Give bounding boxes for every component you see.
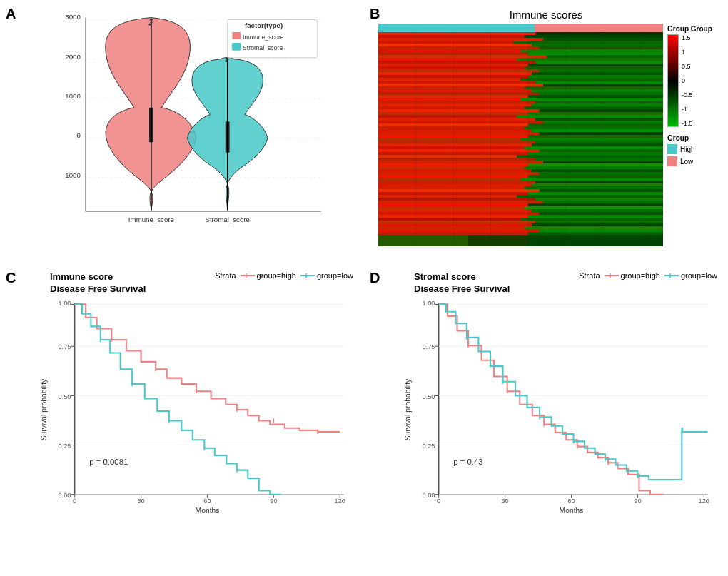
svg-rect-64 <box>532 72 663 75</box>
strata-low-line-d <box>664 272 679 279</box>
svg-rect-60 <box>525 66 663 69</box>
svg-rect-159 <box>378 209 532 212</box>
svg-rect-35 <box>378 32 536 35</box>
svg-rect-52 <box>547 55 663 58</box>
svg-text:90: 90 <box>634 497 641 505</box>
svg-text:0: 0 <box>73 497 76 505</box>
svg-rect-48 <box>521 49 664 52</box>
panel-b-label: B <box>370 6 380 22</box>
svg-rect-166 <box>521 218 664 221</box>
svg-rect-84 <box>536 101 664 103</box>
svg-rect-114 <box>532 143 663 146</box>
svg-rect-133 <box>378 172 540 175</box>
heatmap-title: Immune scores <box>371 9 721 21</box>
svg-text:0.75: 0.75 <box>422 343 435 350</box>
svg-text:30: 30 <box>137 497 144 505</box>
panel-c: C Immune score Disease Free Survival Str… <box>0 264 364 576</box>
svg-rect-54 <box>517 58 663 61</box>
group-label: Group Group <box>667 25 721 33</box>
svg-rect-170 <box>532 223 663 226</box>
svg-rect-165 <box>378 218 521 221</box>
svg-rect-167 <box>378 221 536 223</box>
svg-text:0.50: 0.50 <box>422 393 435 400</box>
panel-a-label: A <box>6 6 16 22</box>
svg-rect-85 <box>378 103 532 106</box>
svg-rect-117 <box>378 149 540 152</box>
svg-rect-124 <box>536 158 664 161</box>
svg-rect-55 <box>378 61 536 64</box>
svg-rect-66 <box>528 75 663 78</box>
svg-text:0.75: 0.75 <box>58 343 71 350</box>
survival-curve-c: Survival probability Months 0.00 0.25 0.… <box>36 295 357 524</box>
svg-rect-162 <box>540 212 663 215</box>
panel-c-title-line2: Disease Free Survival <box>50 283 146 295</box>
svg-rect-68 <box>521 78 664 81</box>
svg-rect-29 <box>232 43 241 50</box>
svg-rect-106 <box>540 132 663 135</box>
svg-text:0.25: 0.25 <box>422 442 435 449</box>
svg-rect-103 <box>378 129 532 132</box>
svg-rect-53 <box>378 58 517 61</box>
svg-rect-43 <box>378 44 532 46</box>
strata-low-d: group=low <box>664 271 717 280</box>
legend-item-low: Low <box>667 156 721 166</box>
panel-d-strata: Strata group=high group=low <box>579 271 717 280</box>
svg-rect-87 <box>378 106 525 109</box>
svg-text:120: 120 <box>335 497 346 505</box>
svg-rect-83 <box>378 101 536 103</box>
svg-rect-75 <box>378 89 532 92</box>
svg-rect-176 <box>528 232 663 235</box>
svg-rect-172 <box>525 226 663 229</box>
svg-rect-62 <box>540 69 663 72</box>
svg-rect-169 <box>378 223 532 226</box>
svg-rect-151 <box>378 198 536 201</box>
svg-rect-152 <box>536 198 664 201</box>
panel-d-title-line2: Disease Free Survival <box>414 283 510 295</box>
strata-high-c: group=high <box>241 271 296 280</box>
svg-rect-164 <box>528 215 663 218</box>
svg-rect-50 <box>528 52 663 55</box>
svg-rect-86 <box>532 103 663 106</box>
survival-curve-d: Survival probability Months 0.00 0.25 0.… <box>400 295 721 524</box>
svg-text:60: 60 <box>203 497 211 505</box>
svg-point-22 <box>226 58 229 61</box>
svg-rect-51 <box>378 55 547 58</box>
strata-high-label-c: group=high <box>257 271 296 280</box>
svg-rect-157 <box>378 206 525 209</box>
svg-text:Stromal_score: Stromal_score <box>243 44 283 51</box>
svg-rect-118 <box>540 149 663 152</box>
svg-rect-104 <box>532 129 663 132</box>
svg-rect-143 <box>378 186 525 189</box>
svg-rect-76 <box>532 89 663 92</box>
svg-text:-1000: -1000 <box>63 171 81 179</box>
legend-item-high-label: High <box>680 146 695 153</box>
svg-rect-38 <box>525 35 663 38</box>
svg-rect-144 <box>525 186 663 189</box>
svg-text:0.00: 0.00 <box>422 492 435 499</box>
svg-rect-102 <box>525 126 663 129</box>
svg-text:30: 30 <box>501 497 508 505</box>
svg-rect-132 <box>532 169 663 172</box>
group-color-legend: Group High Low <box>667 134 721 166</box>
svg-point-15 <box>150 19 153 21</box>
svg-text:p = 0.0081: p = 0.0081 <box>89 458 128 466</box>
heatmap-legend: Group Group 1.5 1 0.5 0 -0.5 -1 -1.5 <box>667 24 721 252</box>
svg-rect-46 <box>540 46 663 49</box>
strata-low-line-c <box>300 272 315 279</box>
svg-text:3000: 3000 <box>65 13 81 21</box>
panel-c-label: C <box>6 270 16 286</box>
svg-rect-112 <box>536 141 664 143</box>
svg-rect-36 <box>536 32 664 35</box>
svg-rect-145 <box>378 189 540 192</box>
svg-rect-168 <box>536 221 664 223</box>
svg-rect-131 <box>378 169 532 172</box>
svg-text:0: 0 <box>437 497 440 505</box>
svg-rect-128 <box>528 163 663 166</box>
svg-text:0: 0 <box>77 131 81 139</box>
svg-rect-138 <box>521 178 664 181</box>
svg-rect-125 <box>378 161 543 163</box>
heatmap-area <box>378 24 663 252</box>
panel-c-title-line1: Immune score <box>50 271 146 283</box>
svg-rect-80 <box>528 95 663 98</box>
svg-text:Months: Months <box>560 506 584 514</box>
